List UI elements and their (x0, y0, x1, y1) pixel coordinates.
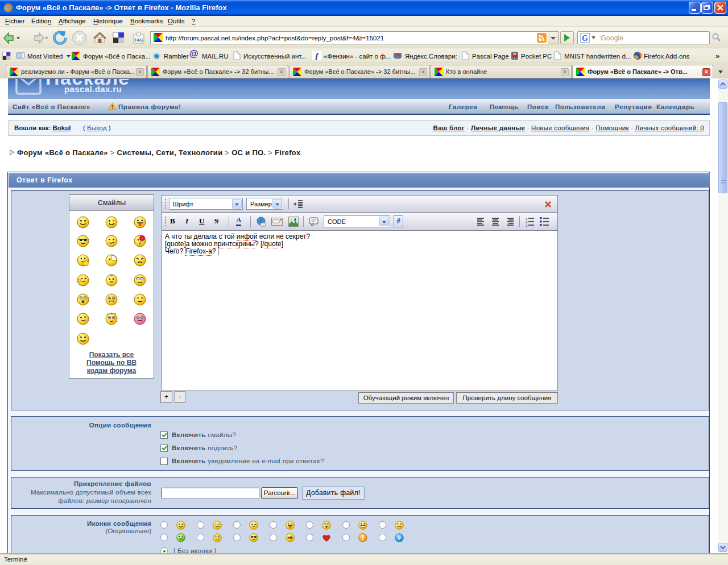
svg-text:3: 3 (526, 224, 528, 227)
svg-text:?: ? (398, 535, 401, 541)
svg-text:G: G (582, 34, 588, 43)
svg-text:TAG: TAG (134, 38, 143, 43)
